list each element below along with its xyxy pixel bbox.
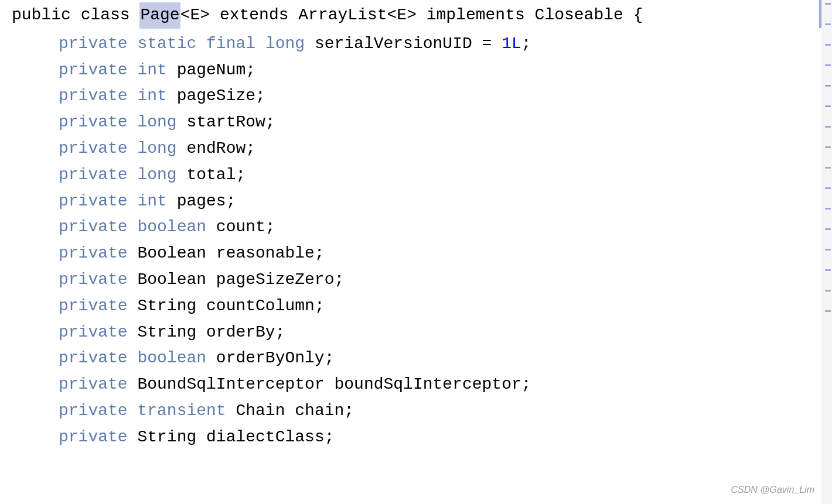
watermark: CSDN @Gavin_Lim	[731, 485, 815, 495]
scrollbar-marker-2	[825, 44, 831, 46]
line-chain: private transient Chain chain;	[0, 398, 832, 424]
line-orderby: private String orderBy;	[0, 320, 832, 346]
line-dialectclass: private String dialectClass;	[0, 424, 832, 451]
scrollbar-marker-15	[825, 310, 831, 312]
scrollbar-marker-5	[825, 105, 831, 107]
line-class: public class Page<E> extends ArrayList<E…	[0, 0, 832, 31]
line-pagesizezero: private Boolean pageSizeZero;	[0, 267, 832, 293]
line-endrow: private long endRow;	[0, 136, 832, 162]
scrollbar-marker-1	[825, 23, 831, 25]
line-pages: private int pages;	[0, 188, 832, 215]
scrollbar-marker-12	[825, 249, 831, 251]
scrollbar-marker-11	[825, 228, 831, 230]
line-boundsql: private BoundSqlInterceptor boundSqlInte…	[0, 372, 832, 398]
scrollbar[interactable]	[821, 0, 832, 504]
line-pagesize: private int pageSize;	[0, 83, 832, 109]
code-area: public class Page<E> extends ArrayList<E…	[0, 0, 832, 504]
scrollbar-marker-10	[825, 208, 831, 210]
scrollbar-marker-7	[825, 146, 831, 148]
scrollbar-marker-6	[825, 126, 831, 128]
scrollbar-marker-0	[825, 3, 831, 5]
line-pagenum: private int pageNum;	[0, 57, 832, 84]
line-serial: private static final long serialVersionU…	[0, 31, 832, 57]
scrollbar-marker-4	[825, 85, 831, 87]
code-container: public class Page<E> extends ArrayList<E…	[0, 0, 832, 504]
line-reasonable: private Boolean reasonable;	[0, 241, 832, 267]
line-orderbyonly: private boolean orderByOnly;	[0, 345, 832, 372]
scrollbar-marker-14	[825, 290, 831, 292]
scrollbar-marker-13	[825, 269, 831, 271]
line-count: private boolean count;	[0, 214, 832, 241]
scrollbar-marker-3	[825, 64, 831, 66]
scrollbar-marker-9	[825, 187, 831, 189]
line-countcolumn: private String countColumn;	[0, 293, 832, 320]
scrollbar-marker-8	[825, 167, 831, 169]
line-total: private long total;	[0, 162, 832, 188]
line-startrow: private long startRow;	[0, 109, 832, 136]
scrollbar-markers	[821, 0, 832, 504]
